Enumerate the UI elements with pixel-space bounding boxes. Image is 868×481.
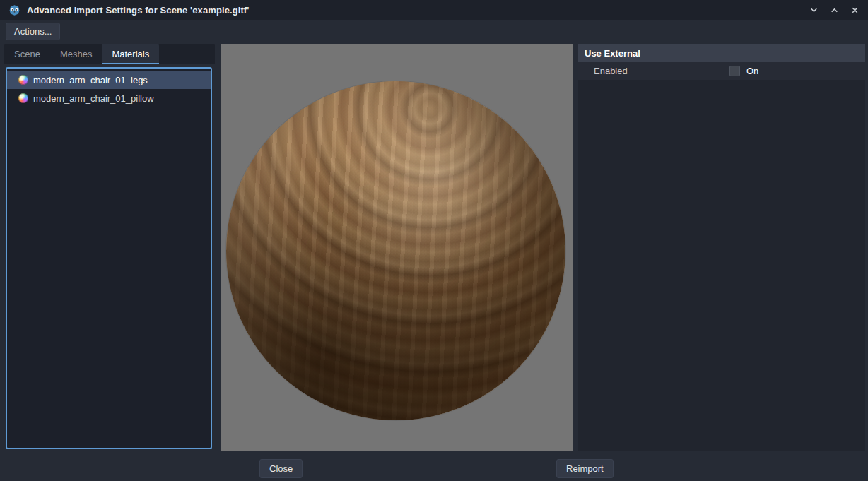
window-title: Advanced Import Settings for Scene 'exam… (27, 5, 249, 16)
tab-materials[interactable]: Materials (102, 44, 159, 64)
preview-sphere (226, 81, 565, 420)
use-external-section-header[interactable]: Use External (578, 44, 865, 62)
close-icon[interactable] (850, 6, 860, 15)
tab-meshes[interactable]: Meshes (50, 44, 102, 64)
reimport-button[interactable]: Reimport (556, 459, 614, 478)
enabled-checkbox-label: On (746, 66, 758, 76)
tab-scene[interactable]: Scene (4, 44, 50, 64)
material-sphere-icon (18, 75, 28, 85)
property-label-enabled: Enabled (594, 66, 729, 76)
chevron-down-icon[interactable] (809, 6, 819, 15)
godot-logo-icon (8, 4, 20, 16)
material-sphere-icon (18, 93, 28, 103)
list-item-material-legs[interactable]: modern_arm_chair_01_legs (7, 71, 211, 89)
property-row-enabled: Enabled On (578, 62, 865, 80)
menu-bar: Actions... (0, 20, 868, 43)
material-name: modern_arm_chair_01_legs (33, 75, 148, 85)
inspector-panel: Use External Enabled On (578, 44, 865, 451)
maximize-icon[interactable] (830, 6, 839, 15)
material-preview-viewport[interactable] (221, 44, 573, 451)
window-controls (809, 6, 860, 15)
tab-bar: Scene Meshes Materials (4, 44, 215, 64)
close-button[interactable]: Close (259, 459, 303, 478)
enabled-checkbox[interactable] (729, 66, 740, 76)
materials-list-panel: modern_arm_chair_01_legs modern_arm_chai… (6, 67, 212, 449)
title-bar: Advanced Import Settings for Scene 'exam… (0, 0, 868, 20)
list-item-material-pillow[interactable]: modern_arm_chair_01_pillow (7, 89, 211, 107)
actions-button[interactable]: Actions... (6, 23, 60, 40)
advanced-import-settings-window: Advanced Import Settings for Scene 'exam… (0, 0, 868, 481)
material-name: modern_arm_chair_01_pillow (33, 93, 154, 104)
